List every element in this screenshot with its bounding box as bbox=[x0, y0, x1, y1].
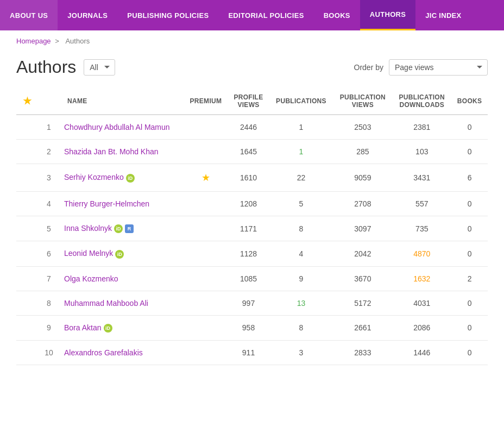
row-favorite-star[interactable] bbox=[16, 315, 38, 340]
orcid-badge[interactable]: iD bbox=[114, 224, 123, 233]
author-link[interactable]: Muhammad Mahboob Ali bbox=[64, 299, 148, 308]
author-link[interactable]: Serhiy Kozmenko bbox=[64, 173, 124, 181]
col-premium: PREMIUM bbox=[184, 88, 228, 115]
publications-value: 1 bbox=[299, 147, 304, 156]
row-author-name: Thierry Burger-Helmchen bbox=[60, 192, 184, 216]
breadcrumb-home-link[interactable]: Homepage bbox=[16, 37, 51, 45]
row-favorite-star[interactable] bbox=[16, 291, 38, 315]
main-content: Authors All Order by Page views Publicat… bbox=[0, 52, 504, 381]
author-link[interactable]: Olga Kozmenko bbox=[64, 274, 118, 283]
row-profile-views: 1085 bbox=[228, 266, 269, 291]
table-row: 3Serhiy KozmenkoiD★161022905934316 bbox=[16, 164, 488, 192]
row-publications: 13 bbox=[269, 291, 333, 315]
page-header-right: Order by Page views Publications Publica… bbox=[354, 59, 488, 76]
table-row: 2Shazida Jan Bt. Mohd Khan164512851030 bbox=[16, 140, 488, 164]
table-row: 6Leonid MelnykiD11284204248700 bbox=[16, 241, 488, 266]
page-title: Authors bbox=[16, 57, 76, 77]
nav-item-authors[interactable]: AUTHORS bbox=[360, 0, 415, 30]
row-publication-downloads: 735 bbox=[392, 216, 451, 241]
row-publication-downloads: 557 bbox=[392, 192, 451, 216]
publications-value: 13 bbox=[297, 299, 306, 308]
nav-item-editorial-policies[interactable]: EDITORIAL POLICIES bbox=[218, 0, 313, 30]
row-premium bbox=[184, 315, 228, 340]
row-profile-views: 1128 bbox=[228, 241, 269, 266]
author-link[interactable]: Chowdhury Abdullah Al Mamun bbox=[64, 123, 170, 131]
orcid-badge[interactable]: iD bbox=[115, 250, 124, 259]
row-premium bbox=[184, 115, 228, 140]
col-profile-views: PROFILEVIEWS bbox=[228, 88, 269, 115]
row-publication-views: 2042 bbox=[333, 241, 392, 266]
row-number: 3 bbox=[38, 164, 60, 192]
row-publication-views: 2708 bbox=[333, 192, 392, 216]
orcid-badge[interactable]: iD bbox=[104, 324, 112, 333]
row-profile-views: 1208 bbox=[228, 192, 269, 216]
row-number: 9 bbox=[38, 315, 60, 340]
row-publications: 4 bbox=[269, 241, 333, 266]
author-link[interactable]: Thierry Burger-Helmchen bbox=[64, 199, 149, 208]
row-premium bbox=[184, 241, 228, 266]
row-author-name: Inna ShkolnykiDR bbox=[60, 216, 184, 241]
nav-item-journals[interactable]: JOURNALS bbox=[58, 0, 117, 30]
page-header: Authors All Order by Page views Publicat… bbox=[16, 57, 488, 77]
order-label: Order by bbox=[354, 63, 383, 72]
row-publication-views: 5172 bbox=[333, 291, 392, 315]
row-publication-downloads: 2381 bbox=[392, 115, 451, 140]
row-author-name: Shazida Jan Bt. Mohd Khan bbox=[60, 140, 184, 164]
nav-item-about-us[interactable]: ABOUT US bbox=[0, 0, 58, 30]
row-favorite-star[interactable] bbox=[16, 115, 38, 140]
col-books: BOOKS bbox=[451, 88, 488, 115]
row-publication-views: 9059 bbox=[333, 164, 392, 192]
row-books: 0 bbox=[451, 241, 488, 266]
row-favorite-star[interactable] bbox=[16, 140, 38, 164]
breadcrumb: Homepage > Authors bbox=[0, 30, 504, 52]
author-link[interactable]: Shazida Jan Bt. Mohd Khan bbox=[64, 147, 159, 156]
row-publications: 9 bbox=[269, 266, 333, 291]
row-number: 10 bbox=[38, 340, 60, 365]
filter-select[interactable]: All bbox=[84, 59, 115, 76]
row-books: 6 bbox=[451, 164, 488, 192]
row-profile-views: 958 bbox=[228, 315, 269, 340]
row-publication-downloads: 4870 bbox=[392, 241, 451, 266]
row-publications: 1 bbox=[269, 140, 333, 164]
row-favorite-star[interactable] bbox=[16, 192, 38, 216]
row-publication-views: 2661 bbox=[333, 315, 392, 340]
author-link[interactable]: Bora Aktan bbox=[64, 323, 102, 332]
star-header-icon: ★ bbox=[23, 96, 32, 106]
row-number: 1 bbox=[38, 115, 60, 140]
row-number: 7 bbox=[38, 266, 60, 291]
nav-item-publishing-policies[interactable]: PUBLISHING POLICIES bbox=[117, 0, 218, 30]
main-nav: ABOUT USJOURNALSPUBLISHING POLICIESEDITO… bbox=[0, 0, 504, 30]
author-link[interactable]: Leonid Melnyk bbox=[64, 249, 113, 258]
row-profile-views: 1610 bbox=[228, 164, 269, 192]
row-number: 2 bbox=[38, 140, 60, 164]
row-author-name: Olga Kozmenko bbox=[60, 266, 184, 291]
author-link[interactable]: Inna Shkolnyk bbox=[64, 224, 112, 233]
row-number: 4 bbox=[38, 192, 60, 216]
row-favorite-star[interactable] bbox=[16, 241, 38, 266]
row-author-name: Alexandros Garefalakis bbox=[60, 340, 184, 365]
row-books: 0 bbox=[451, 216, 488, 241]
row-premium bbox=[184, 192, 228, 216]
researchgate-badge[interactable]: R bbox=[125, 224, 134, 233]
row-favorite-star[interactable] bbox=[16, 164, 38, 192]
row-publications: 1 bbox=[269, 115, 333, 140]
row-favorite-star[interactable] bbox=[16, 266, 38, 291]
row-publications: 3 bbox=[269, 340, 333, 365]
nav-item-books[interactable]: BOOKS bbox=[314, 0, 360, 30]
table-row: 1Chowdhury Abdullah Al Mamun244612503238… bbox=[16, 115, 488, 140]
order-select[interactable]: Page views Publications Publication view… bbox=[389, 59, 488, 76]
premium-star-icon: ★ bbox=[201, 172, 210, 183]
row-publication-views: 2503 bbox=[333, 115, 392, 140]
row-favorite-star[interactable] bbox=[16, 216, 38, 241]
author-link[interactable]: Alexandros Garefalakis bbox=[64, 348, 143, 357]
row-books: 0 bbox=[451, 192, 488, 216]
row-publication-downloads: 2086 bbox=[392, 315, 451, 340]
nav-item-jic-index[interactable]: JIC INDEX bbox=[415, 0, 471, 30]
table-row: 7Olga Kozmenko10859367016322 bbox=[16, 266, 488, 291]
row-number: 6 bbox=[38, 241, 60, 266]
row-author-name: Chowdhury Abdullah Al Mamun bbox=[60, 115, 184, 140]
col-star: ★ bbox=[16, 88, 38, 115]
col-publications: PUBLICATIONS bbox=[269, 88, 333, 115]
orcid-badge[interactable]: iD bbox=[126, 174, 135, 183]
row-favorite-star[interactable] bbox=[16, 340, 38, 365]
